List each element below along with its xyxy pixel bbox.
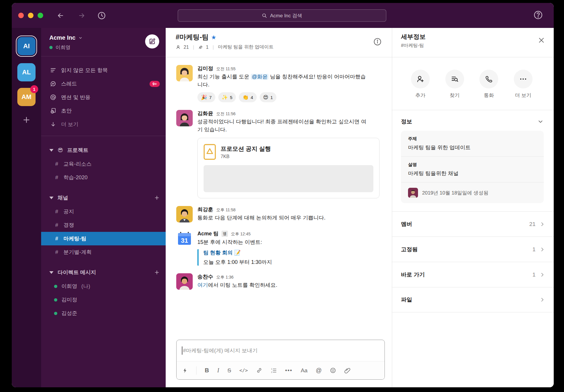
emoji-button[interactable] [330, 367, 336, 373]
find-button[interactable]: 찾기 [445, 70, 464, 99]
reaction-tada[interactable]: 🎉7 [197, 92, 215, 102]
pin-count[interactable]: 1 [206, 45, 209, 50]
help-icon[interactable] [533, 10, 543, 20]
link-button[interactable] [256, 367, 262, 373]
history-clock-icon[interactable] [97, 11, 106, 20]
workspace-AM[interactable]: AM 1 [17, 88, 36, 106]
channel-item-분기별-계획[interactable]: # 분기별-계획 [41, 245, 166, 259]
workspace-menu[interactable]: Acme Inc [49, 34, 83, 41]
channel-sidebar: Acme Inc 이희영 읽지 않은 모든 [41, 28, 166, 387]
reaction-clap[interactable]: 👏4 [239, 92, 257, 102]
sidebar-item-drafts[interactable]: 초안 [41, 104, 166, 118]
dm-item-이희영[interactable]: 이희영 (나) [41, 279, 166, 293]
file-attachment[interactable]: 프로모션 공지 실행 7KB [197, 138, 380, 198]
files-row[interactable]: 파일 [392, 287, 554, 312]
info-card: 주제 마케팅 팀을 위한 업데이트 설명 마케팅 팀을위한 채널 2019년 1… [401, 131, 544, 203]
message-author[interactable]: 김화윤 [197, 110, 213, 117]
more-actions-button[interactable]: 더 보기 [514, 70, 533, 99]
members-row[interactable]: 멤버 21 [392, 211, 554, 237]
show-formatting-button[interactable]: Aa [301, 367, 308, 374]
mention-button[interactable]: @ [316, 367, 322, 374]
workspace-acme-inc[interactable]: AI [16, 36, 37, 57]
sidebar-item-threads[interactable]: 스레드 9+ [41, 77, 166, 91]
channel-item-학습-2020[interactable]: # 학습-2020 [41, 171, 166, 184]
workspace-AL[interactable]: AL [17, 63, 36, 81]
new-message-button[interactable] [145, 34, 159, 48]
user-mention[interactable]: @화윤 [251, 74, 268, 80]
zoom-window-button[interactable] [38, 13, 43, 18]
attach-paperclip-icon[interactable] [344, 367, 350, 373]
dm-item-김성준[interactable]: 김성준 [41, 306, 166, 320]
history-forward-icon[interactable] [78, 12, 85, 19]
message-author[interactable]: 김미정 [197, 65, 213, 72]
message-author[interactable]: 송찬수 [197, 273, 213, 280]
current-user[interactable]: 이희영 [49, 44, 83, 51]
star-icon[interactable]: ★ [211, 34, 216, 41]
search-input[interactable]: Acme Inc 검색 [178, 9, 386, 22]
channel-label: 학습-2020 [63, 174, 88, 181]
reaction-heart-eyes[interactable]: 😍1 [260, 92, 276, 102]
avatar[interactable] [176, 65, 193, 81]
message-composer[interactable]: #마케팅-팀에(게) 메시지 보내기 B I S </> 12 [176, 340, 385, 380]
message-author[interactable]: 최강훈 [197, 206, 213, 213]
dm-item-김미정[interactable]: 김미정 [41, 293, 166, 306]
history-back-icon[interactable] [57, 12, 64, 19]
message-author[interactable]: Acme 팀 [197, 230, 219, 237]
section-emoji: 😎 [58, 147, 63, 153]
add-channel-button[interactable] [154, 195, 160, 201]
member-count[interactable]: 21 [184, 45, 189, 50]
message-text: 최신 기능 출시를 도운 @화윤 님을 칭찬해주세요! 반응이 어마어마했습니다… [197, 73, 366, 89]
message-time: 오후 12:45 [231, 232, 251, 237]
strikethrough-button[interactable]: S [227, 367, 231, 374]
bold-button[interactable]: B [205, 367, 209, 374]
call-button[interactable]: 통화 [479, 70, 498, 99]
close-icon[interactable] [538, 37, 545, 44]
channel-title[interactable]: #마케팅-팀 [176, 33, 209, 42]
dm-name: 김성준 [61, 310, 77, 317]
message-김화윤: 김화윤 오전 11:56 성공적이었다니 다행입니다! 최종 프레젠테이션을 확… [176, 110, 384, 198]
ordered-list-button[interactable]: 12 [271, 367, 277, 374]
arrow-down-icon [49, 121, 57, 127]
channel-item-경쟁[interactable]: # 경쟁 [41, 218, 166, 232]
channel-item-마케팅-팀-selected[interactable]: # 마케팅-팀 [41, 232, 166, 245]
channel-info-icon[interactable] [373, 37, 382, 46]
event-title-link[interactable]: 팀 현황 회의 📝 [203, 249, 384, 256]
shortcuts-lightning-icon[interactable] [182, 367, 188, 374]
reaction-sparkles[interactable]: ✨5 [218, 92, 236, 102]
channel-topic[interactable]: 마케팅 팀을 위한 업데이트 [218, 44, 273, 50]
avatar[interactable] [176, 206, 193, 222]
shortcuts-row[interactable]: 바로 가기 1 [392, 262, 554, 287]
chevron-right-icon [540, 297, 545, 302]
code-button[interactable]: </> [239, 368, 248, 373]
composer-input[interactable]: #마케팅-팀에(게) 메시지 보내기 [177, 340, 385, 361]
sidebar-item-unreads[interactable]: 읽지 않은 모든 항목 [41, 63, 166, 77]
topic-value: 마케팅 팀을 위한 업데이트 [408, 144, 537, 151]
section-projects[interactable]: 😎 프로젝트 [41, 143, 166, 157]
google-calendar-icon[interactable]: 31 [176, 230, 193, 247]
close-window-button[interactable] [18, 13, 24, 18]
add-member-button[interactable]: 추가 [411, 70, 430, 99]
section-channels[interactable]: 채널 [41, 191, 166, 205]
pinned-row[interactable]: 고정됨 1 [392, 237, 554, 262]
google-drive-file-icon [204, 144, 216, 160]
meeting-notes-link[interactable]: 여기 [197, 282, 208, 288]
channel-header: #마케팅-팀 ★ 21 | 1 | 마케팅 팀을 위한 업데이트 [166, 28, 392, 57]
more-formatting-button[interactable]: ••• [285, 367, 293, 373]
italic-button[interactable]: I [217, 367, 219, 374]
section-title: 채널 [58, 194, 68, 201]
description-row[interactable]: 설명 마케팅 팀을위한 채널 [401, 157, 544, 182]
add-dm-button[interactable] [154, 269, 160, 275]
avatar[interactable] [176, 110, 193, 126]
channel-item-교육-리소스[interactable]: # 교육-리소스 [41, 157, 166, 171]
add-workspace-button[interactable] [22, 115, 31, 124]
minimize-window-button[interactable] [28, 13, 33, 18]
info-section-header[interactable]: 정보 [392, 110, 554, 131]
section-dms[interactable]: 다이렉트 메시지 [41, 265, 166, 279]
sidebar-item-mentions[interactable]: 멘션 및 반응 [41, 91, 166, 104]
text-segment: 에서 미팅 노트를 확인하세요. [208, 282, 277, 288]
dm-name: 김미정 [61, 296, 77, 303]
avatar[interactable] [176, 273, 193, 290]
channel-item-공지[interactable]: # 공지 [41, 205, 166, 218]
sidebar-item-more[interactable]: 더 보기 [41, 118, 166, 131]
topic-row[interactable]: 주제 마케팅 팀을 위한 업데이트 [401, 131, 544, 156]
